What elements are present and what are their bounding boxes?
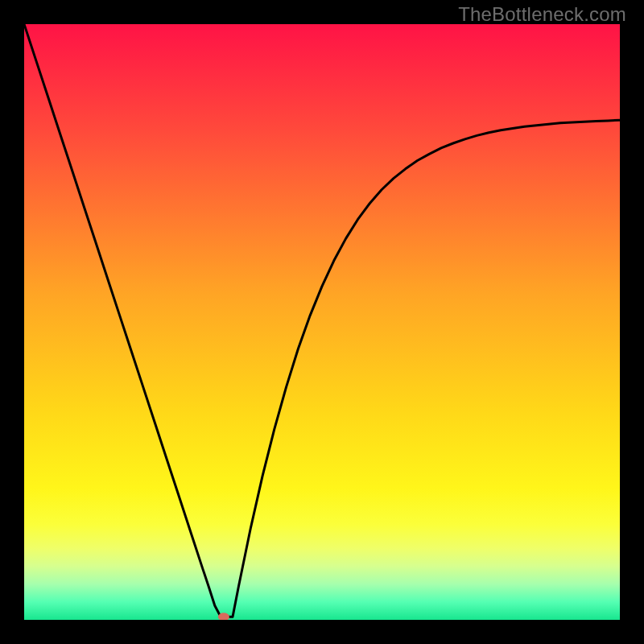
watermark-text: TheBottleneck.com <box>458 3 626 26</box>
chart-container: TheBottleneck.com <box>0 0 644 644</box>
chart-svg <box>24 24 620 620</box>
plot-area <box>24 24 620 620</box>
chart-background <box>24 24 620 620</box>
